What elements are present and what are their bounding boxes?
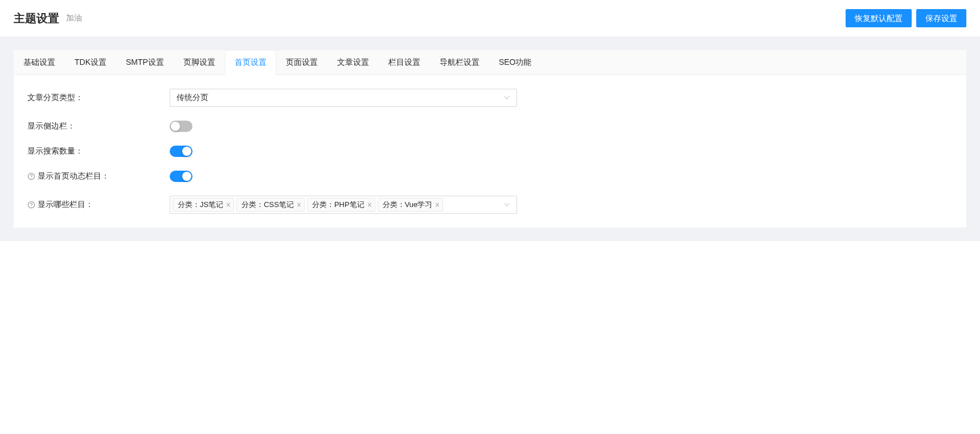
header-actions: 恢复默认配置 保存设置 [846,9,966,27]
save-settings-button[interactable]: 保存设置 [916,9,966,27]
page-header: 主题设置 加油 恢复默认配置 保存设置 [0,0,980,36]
tab-home[interactable]: 首页设置 [225,50,276,75]
tabs-bar: 基础设置 TDK设置 SMTP设置 页脚设置 首页设置 页面设置 文章设置 栏目… [14,50,966,75]
multi-select-columns[interactable]: 分类：JS笔记 分类：CSS笔记 分类：PHP笔记 [170,196,517,214]
tag-label: 分类：PHP笔记 [312,200,364,210]
tab-article[interactable]: 文章设置 [327,50,379,75]
switch-show-sidebar[interactable] [170,121,192,132]
row-show-sidebar: 显示侧边栏： [27,121,953,132]
page-subtitle: 加油 [66,13,82,23]
card-container: 基础设置 TDK设置 SMTP设置 页脚设置 首页设置 页面设置 文章设置 栏目… [14,50,966,228]
tab-column[interactable]: 栏目设置 [379,50,430,75]
select-value: 传统分页 [177,93,208,103]
row-show-columns: 显示哪些栏目： 分类：JS笔记 分类：CSS笔记 [27,196,953,214]
control-show-sidebar [170,121,517,132]
tab-smtp[interactable]: SMTP设置 [116,50,174,75]
tag-label: 分类：CSS笔记 [241,200,294,210]
tab-footer[interactable]: 页脚设置 [174,50,225,75]
tag-item: 分类：JS笔记 [173,198,234,212]
question-circle-icon[interactable] [27,201,35,209]
close-icon[interactable] [225,202,231,208]
close-icon[interactable] [367,202,372,208]
chevron-down-icon [503,94,510,101]
tag-label: 分类：JS笔记 [178,200,223,210]
page-title: 主题设置 [14,11,59,26]
close-icon[interactable] [434,202,440,208]
label-text: 显示哪些栏目： [38,200,93,210]
tab-tdk[interactable]: TDK设置 [65,50,116,75]
label-text: 显示首页动态栏目： [38,171,109,181]
row-pagination-type: 文章分页类型： 传统分页 [27,89,953,107]
switch-show-search-count[interactable] [170,146,192,157]
control-show-search-count [170,146,517,157]
tab-seo[interactable]: SEO功能 [489,50,542,75]
main-wrapper: 基础设置 TDK设置 SMTP设置 页脚设置 首页设置 页面设置 文章设置 栏目… [0,36,980,241]
label-pagination-type: 文章分页类型： [27,93,170,103]
tag-item: 分类：Vue学习 [378,198,444,212]
label-show-sidebar: 显示侧边栏： [27,121,170,131]
row-show-search-count: 显示搜索数量： [27,146,953,157]
tab-page[interactable]: 页面设置 [276,50,327,75]
tag-item: 分类：PHP笔记 [307,198,375,212]
chevron-down-icon [503,201,510,208]
tab-nav[interactable]: 导航栏设置 [430,50,489,75]
select-pagination-type[interactable]: 传统分页 [170,89,517,107]
close-icon[interactable] [296,202,302,208]
restore-default-button[interactable]: 恢复默认配置 [846,9,912,27]
switch-show-dynamic[interactable] [170,171,192,182]
label-show-columns: 显示哪些栏目： [27,200,170,210]
tab-basic[interactable]: 基础设置 [14,50,65,75]
tag-label: 分类：Vue学习 [383,200,433,210]
question-circle-icon[interactable] [27,172,35,180]
tab-content: 文章分页类型： 传统分页 显示侧边栏： 显示搜索数量： [14,75,966,228]
row-show-dynamic: 显示首页动态栏目： [27,171,953,182]
label-show-search-count: 显示搜索数量： [27,146,170,156]
control-show-dynamic [170,171,517,182]
label-show-dynamic: 显示首页动态栏目： [27,171,170,181]
control-pagination-type: 传统分页 [170,89,517,107]
tag-item: 分类：CSS笔记 [236,198,305,212]
control-show-columns: 分类：JS笔记 分类：CSS笔记 分类：PHP笔记 [170,196,517,214]
